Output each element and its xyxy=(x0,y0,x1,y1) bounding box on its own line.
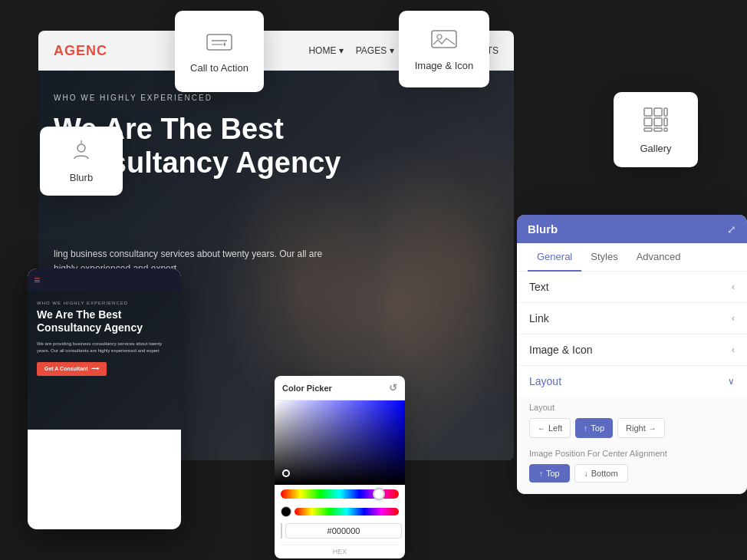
hero-badge: WHO WE HIGHLY EXPERIENCED xyxy=(54,94,212,102)
svg-rect-11 xyxy=(644,128,652,131)
nav-logo: AGENC xyxy=(54,43,107,59)
layout-top-button[interactable]: ↑ Top xyxy=(575,418,613,438)
layout-left-button[interactable]: ← Left xyxy=(529,418,571,438)
section-link-label: Link xyxy=(529,312,549,324)
panel-expand-button[interactable]: ⤢ xyxy=(727,223,736,236)
blurb-settings-panel: Blurb ⤢ General Styles Advanced Text ‹ L… xyxy=(517,215,747,494)
widget-card-gallery[interactable]: Gallery xyxy=(614,92,698,167)
image-position-top-button[interactable]: ↑ Top xyxy=(529,464,570,483)
section-link-header[interactable]: Link ‹ xyxy=(517,303,747,334)
color-hex-label: HEX xyxy=(281,545,399,558)
tab-styles[interactable]: Styles xyxy=(581,243,627,272)
svg-point-14 xyxy=(77,144,85,152)
color-hex-preview xyxy=(281,523,282,539)
layout-right-label: Right xyxy=(626,423,646,433)
layout-top-label: Top xyxy=(591,423,604,433)
image-icon xyxy=(430,28,458,54)
mobile-hero: WHO WE HIGHLY EXPERIENCED We Are The Bes… xyxy=(28,292,181,430)
nav-link-home[interactable]: HOME ▾ xyxy=(308,45,343,56)
section-layout-label: Layout xyxy=(529,375,561,387)
mobile-cta-label: Get A Consultant xyxy=(44,366,88,371)
gradient-cursor[interactable] xyxy=(282,469,290,477)
panel-title: Blurb xyxy=(528,222,558,236)
panel-sections: Text ‹ Link ‹ Image & Icon ‹ Layout ∨ xyxy=(517,272,747,494)
svg-rect-0 xyxy=(207,35,232,50)
nav-link-pages[interactable]: PAGES ▾ xyxy=(356,45,394,56)
img-up-arrow-icon: ↑ xyxy=(539,469,543,478)
section-text: Text ‹ xyxy=(517,272,747,303)
widget-card-image-icon[interactable]: Image & Icon xyxy=(399,11,489,87)
gallery-icon xyxy=(642,106,670,137)
svg-rect-6 xyxy=(654,108,662,116)
tab-general[interactable]: General xyxy=(528,243,581,272)
section-layout: Layout ∨ Layout ← Left ↑ Top Right xyxy=(517,366,747,494)
left-arrow-icon: ← xyxy=(538,424,545,433)
mobile-content xyxy=(28,430,181,445)
widget-card-cta[interactable]: Call to Action xyxy=(175,11,264,92)
section-image-icon-header[interactable]: Image & Icon ‹ xyxy=(517,334,747,365)
hue-cursor[interactable] xyxy=(373,488,385,500)
image-position-top-label: Top xyxy=(546,469,560,478)
panel-header: Blurb ⤢ xyxy=(517,215,747,243)
section-image-icon: Image & Icon ‹ xyxy=(517,334,747,366)
color-picker-title: Color Picker xyxy=(282,384,332,393)
mobile-desc: We are providing business consultancy se… xyxy=(37,341,172,354)
image-position-buttons: ↑ Top ↓ Bottom xyxy=(529,464,735,483)
swatch-spectrum[interactable] xyxy=(295,508,399,516)
image-position-label: Image Position For Center Alignment xyxy=(529,449,735,458)
section-image-icon-label: Image & Icon xyxy=(529,344,593,356)
mobile-cta-button[interactable]: Get A Consultant ⟶ xyxy=(37,362,107,376)
section-link: Link ‹ xyxy=(517,303,747,334)
image-position-bottom-label: Bottom xyxy=(591,469,618,478)
color-swatches xyxy=(275,503,405,520)
section-text-header[interactable]: Text ‹ xyxy=(517,272,747,302)
widget-gallery-label: Gallery xyxy=(640,143,671,154)
blurb-icon xyxy=(70,140,93,166)
svg-rect-10 xyxy=(664,118,667,126)
color-picker-header: Color Picker ↺ xyxy=(275,376,405,400)
color-gradient-area[interactable] xyxy=(275,400,405,485)
panel-tabs: General Styles Advanced xyxy=(517,243,747,272)
widget-card-blurb[interactable]: Blurb xyxy=(40,127,123,196)
mobile-hamburger-icon: ≡ xyxy=(34,274,40,286)
layout-right-button[interactable]: Right → xyxy=(617,418,665,438)
widget-blurb-label: Blurb xyxy=(70,172,93,183)
image-position-bottom-button[interactable]: ↓ Bottom xyxy=(574,464,628,483)
up-arrow-icon: ↑ xyxy=(584,424,587,433)
cursor-icon xyxy=(206,30,233,56)
section-text-label: Text xyxy=(529,281,549,293)
color-picker-reset-button[interactable]: ↺ xyxy=(389,382,397,394)
color-hue-bar[interactable] xyxy=(281,489,399,499)
mobile-preview: ≡ WHO WE HIGHLY EXPERIENCED We Are The B… xyxy=(28,268,181,529)
swatch-black[interactable] xyxy=(281,506,291,517)
section-layout-body: Layout ← Left ↑ Top Right → Image Po xyxy=(517,397,747,493)
layout-buttons: ← Left ↑ Top Right → xyxy=(529,418,735,438)
section-link-chevron: ‹ xyxy=(732,313,735,324)
right-arrow-icon: → xyxy=(649,424,657,433)
svg-rect-8 xyxy=(644,118,652,126)
section-layout-chevron: ∨ xyxy=(728,376,735,387)
color-picker-panel: Color Picker ↺ #000000 ▲ ▼ HEX xyxy=(275,376,405,558)
color-hex-row: #000000 ▲ ▼ xyxy=(275,520,405,545)
svg-rect-7 xyxy=(664,108,667,116)
section-layout-header[interactable]: Layout ∨ xyxy=(517,366,747,397)
img-down-arrow-icon: ↓ xyxy=(584,469,588,478)
section-image-icon-chevron: ‹ xyxy=(732,344,735,355)
tab-advanced[interactable]: Advanced xyxy=(627,243,690,272)
section-text-chevron: ‹ xyxy=(732,282,735,292)
svg-rect-13 xyxy=(664,128,667,131)
svg-rect-5 xyxy=(644,108,652,116)
mobile-nav: ≡ xyxy=(28,268,181,292)
widget-image-icon-label: Image & Icon xyxy=(415,60,474,71)
svg-rect-9 xyxy=(654,118,662,126)
mobile-title: We Are The Best Consultancy Agency xyxy=(37,308,172,334)
svg-point-4 xyxy=(437,35,442,39)
layout-label: Layout xyxy=(529,403,735,412)
mobile-badge: WHO WE HIGHLY EXPERIENCED xyxy=(37,301,172,305)
svg-rect-12 xyxy=(654,128,662,131)
mobile-cta-arrow: ⟶ xyxy=(91,366,99,372)
color-hex-input[interactable]: #000000 xyxy=(285,523,402,539)
widget-cta-label: Call to Action xyxy=(190,62,248,74)
svg-rect-3 xyxy=(432,31,456,48)
layout-left-label: Left xyxy=(548,423,562,433)
